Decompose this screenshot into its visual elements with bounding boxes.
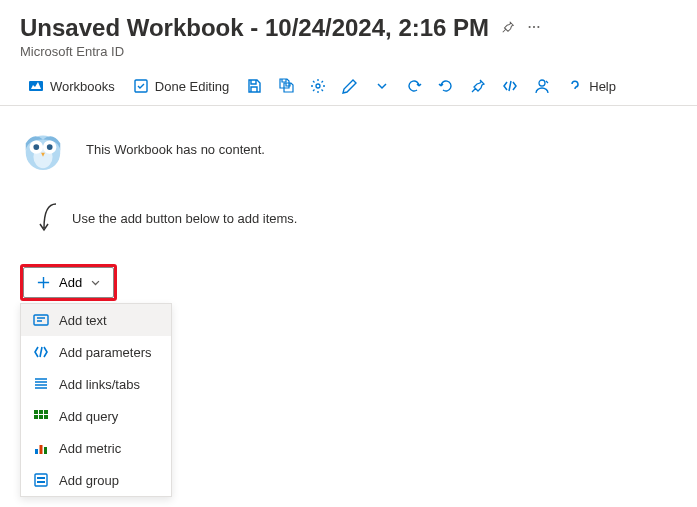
svg-rect-23: [35, 474, 47, 486]
pin-icon[interactable]: [501, 20, 515, 37]
add-query-item[interactable]: Add query: [21, 400, 171, 432]
svg-point-5: [316, 84, 320, 88]
svg-rect-21: [40, 445, 43, 454]
add-dropdown: Add text Add parameters Add links/tabs A…: [20, 303, 172, 497]
svg-point-6: [539, 80, 545, 86]
svg-rect-4: [135, 80, 147, 92]
done-editing-label: Done Editing: [155, 79, 229, 94]
owl-icon: [20, 126, 66, 172]
add-text-item[interactable]: Add text: [21, 304, 171, 336]
plus-icon: [36, 275, 51, 290]
redo-icon: [438, 78, 454, 94]
add-group-label: Add group: [59, 473, 119, 488]
redo-button[interactable]: [431, 73, 461, 99]
toolbar: Workbooks Done Editing Help: [0, 67, 697, 106]
gear-icon: [310, 78, 326, 94]
add-text-label: Add text: [59, 313, 107, 328]
undo-button[interactable]: [399, 73, 429, 99]
svg-point-0: [529, 25, 531, 27]
svg-point-1: [533, 25, 535, 27]
query-icon: [33, 408, 49, 424]
code-icon: [502, 78, 518, 94]
svg-point-2: [537, 25, 539, 27]
parameters-icon: [33, 344, 49, 360]
page-title: Unsaved Workbook - 10/24/2024, 2:16 PM: [20, 14, 489, 42]
save-button[interactable]: [239, 73, 269, 99]
no-content-text: This Workbook has no content.: [86, 142, 265, 157]
pencil-icon: [342, 78, 358, 94]
workbooks-button[interactable]: Workbooks: [20, 73, 123, 99]
add-links-tabs-label: Add links/tabs: [59, 377, 140, 392]
links-tabs-icon: [33, 376, 49, 392]
text-icon: [33, 312, 49, 328]
help-icon: [567, 78, 583, 94]
chevron-down-icon: [374, 78, 390, 94]
done-editing-icon: [133, 78, 149, 94]
help-label: Help: [589, 79, 616, 94]
svg-rect-17: [34, 415, 38, 419]
arrow-hint-row: Use the add button below to add items.: [20, 200, 677, 236]
add-group-item[interactable]: Add group: [21, 464, 171, 496]
svg-rect-15: [39, 410, 43, 414]
svg-rect-25: [37, 481, 45, 483]
workbook-icon: [28, 78, 44, 94]
svg-rect-20: [35, 449, 38, 454]
add-button[interactable]: Add: [23, 267, 114, 298]
subtitle: Microsoft Entra ID: [20, 44, 677, 59]
svg-rect-16: [44, 410, 48, 414]
workbooks-label: Workbooks: [50, 79, 115, 94]
help-button[interactable]: Help: [559, 73, 624, 99]
pin-toolbar-button[interactable]: [463, 73, 493, 99]
add-parameters-item[interactable]: Add parameters: [21, 336, 171, 368]
svg-rect-24: [37, 477, 45, 479]
save-as-button[interactable]: [271, 73, 301, 99]
settings-button[interactable]: [303, 73, 333, 99]
svg-point-12: [47, 144, 53, 150]
add-query-label: Add query: [59, 409, 118, 424]
group-icon: [33, 472, 49, 488]
save-as-icon: [278, 78, 294, 94]
svg-rect-14: [34, 410, 38, 414]
svg-rect-13: [34, 315, 48, 325]
chevron-down-icon: [90, 277, 101, 288]
add-button-highlight: Add: [20, 264, 117, 301]
page-header: Unsaved Workbook - 10/24/2024, 2:16 PM M…: [0, 0, 697, 67]
code-button[interactable]: [495, 73, 525, 99]
title-row: Unsaved Workbook - 10/24/2024, 2:16 PM: [20, 14, 677, 42]
person-icon: [534, 78, 550, 94]
add-metric-item[interactable]: Add metric: [21, 432, 171, 464]
metric-icon: [33, 440, 49, 456]
pin-icon: [470, 78, 486, 94]
svg-rect-18: [39, 415, 43, 419]
svg-rect-19: [44, 415, 48, 419]
add-button-label: Add: [59, 275, 82, 290]
save-icon: [246, 78, 262, 94]
add-links-tabs-item[interactable]: Add links/tabs: [21, 368, 171, 400]
feedback-button[interactable]: [527, 73, 557, 99]
add-parameters-label: Add parameters: [59, 345, 152, 360]
svg-rect-22: [44, 447, 47, 454]
content-area: This Workbook has no content. Use the ad…: [0, 106, 697, 507]
use-add-text: Use the add button below to add items.: [72, 211, 297, 226]
edit-dropdown-button[interactable]: [367, 73, 397, 99]
svg-point-11: [33, 144, 39, 150]
more-icon[interactable]: [527, 20, 541, 37]
done-editing-button[interactable]: Done Editing: [125, 73, 237, 99]
edit-button[interactable]: [335, 73, 365, 99]
add-metric-label: Add metric: [59, 441, 121, 456]
arrow-down-icon: [36, 200, 60, 236]
no-content-row: This Workbook has no content.: [20, 126, 677, 172]
undo-icon: [406, 78, 422, 94]
